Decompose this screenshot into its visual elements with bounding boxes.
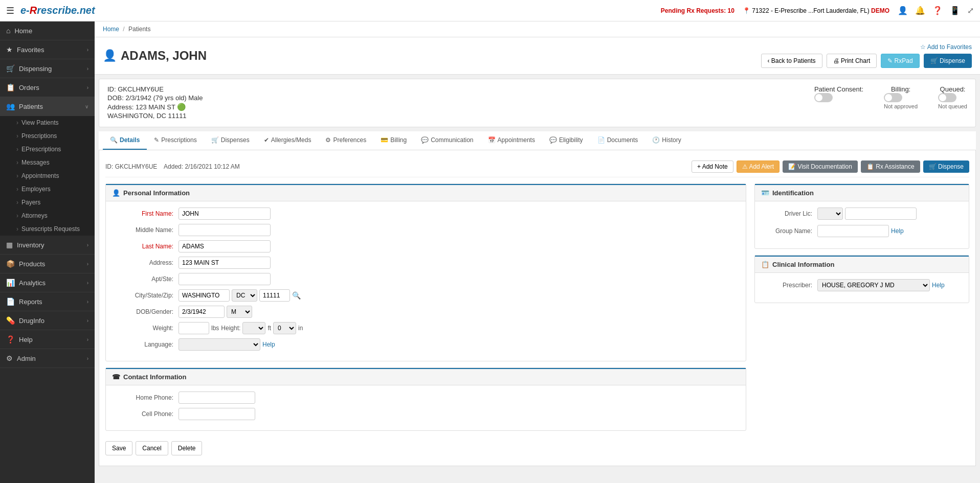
- sidebar-item-favorites[interactable]: ★ Favorites ›: [0, 40, 95, 59]
- zip-search-btn[interactable]: 🔍: [292, 291, 301, 300]
- sidebar-sub-attorneys[interactable]: Attorneys: [0, 209, 95, 222]
- queued-toggle[interactable]: [938, 93, 956, 102]
- tab-preferences[interactable]: ⚙ Preferences: [318, 131, 373, 150]
- address-verify-icon[interactable]: 🟢: [177, 103, 186, 111]
- sidebar-item-dispensing[interactable]: 🛒 Dispensing ›: [0, 59, 95, 78]
- state-select[interactable]: DC: [232, 289, 257, 302]
- tab-communication[interactable]: 💬 Communication: [414, 131, 480, 150]
- sidebar-item-orders[interactable]: 📋 Orders ›: [0, 78, 95, 97]
- language-select[interactable]: [179, 338, 260, 351]
- personal-info-header: 👤 Personal Information: [106, 184, 746, 201]
- group-name-input[interactable]: [817, 225, 889, 237]
- height-in-select[interactable]: 0: [273, 322, 296, 334]
- save-btn[interactable]: Save: [105, 441, 132, 455]
- sidebar-sub-messages[interactable]: Messages: [0, 156, 95, 169]
- visit-doc-btn[interactable]: 📝 Visit Documentation: [783, 160, 858, 173]
- home-phone-row: Home Phone:: [112, 392, 740, 404]
- height-ft-select[interactable]: [242, 322, 265, 334]
- group-help-link[interactable]: Help: [891, 227, 904, 235]
- sidebar-item-inventory[interactable]: ▦ Inventory ›: [0, 236, 95, 255]
- home-phone-input[interactable]: [179, 392, 255, 404]
- address-label: Address:: [112, 259, 179, 266]
- city-input[interactable]: [179, 289, 230, 302]
- gender-select[interactable]: M F: [227, 306, 252, 318]
- last-name-input[interactable]: [179, 240, 271, 252]
- sidebar-sub-payers[interactable]: Payers: [0, 196, 95, 209]
- rxpad-btn[interactable]: ✎ RxPad: [881, 54, 919, 68]
- sidebar-item-druginfo[interactable]: 💊 DrugInfo ›: [0, 311, 95, 330]
- first-name-input[interactable]: [179, 208, 271, 220]
- back-to-patients-btn[interactable]: ‹ Back to Patients: [761, 54, 822, 68]
- sidebar-item-reports[interactable]: 📄 Reports ›: [0, 292, 95, 311]
- driver-lic-label: Driver Lic:: [761, 210, 817, 217]
- print-chart-btn[interactable]: 🖨 Print Chart: [827, 54, 877, 68]
- sidebar-label-analytics: Analytics: [19, 279, 46, 287]
- sidebar-item-analytics[interactable]: 📊 Analytics ›: [0, 273, 95, 292]
- action-dispense-btn[interactable]: 🛒 Dispense: [923, 160, 969, 173]
- pending-rx-count[interactable]: 10: [728, 7, 734, 14]
- delete-btn[interactable]: Delete: [171, 441, 203, 455]
- zip-input[interactable]: [259, 289, 290, 302]
- add-alert-btn[interactable]: ⚠ Add Alert: [737, 160, 779, 173]
- dispense-btn[interactable]: 🛒 Dispense: [924, 54, 972, 68]
- language-help-link[interactable]: Help: [262, 341, 275, 348]
- prescriber-help-link[interactable]: Help: [932, 282, 945, 289]
- sidebar-sub-view-patients[interactable]: View Patients: [0, 116, 95, 129]
- user-icon[interactable]: 👤: [898, 6, 908, 15]
- tab-eligibility[interactable]: 💬 Eligibility: [542, 131, 590, 150]
- apt-input[interactable]: [179, 273, 271, 285]
- sidebar-sub-employers[interactable]: Employers: [0, 182, 95, 196]
- add-favorites-btn[interactable]: ☆ Add to Favorites: [920, 43, 972, 51]
- driver-lic-input[interactable]: [845, 208, 917, 220]
- tab-history[interactable]: 🕐 History: [645, 131, 688, 150]
- driver-lic-type-select[interactable]: [817, 208, 843, 220]
- favorites-icon: ★: [6, 45, 13, 54]
- sidebar-item-help[interactable]: ❓ Help ›: [0, 330, 95, 349]
- help-icon[interactable]: ❓: [932, 6, 943, 15]
- tab-dispenses[interactable]: 🛒 Dispenses: [204, 131, 257, 150]
- sidebar-item-admin[interactable]: ⚙ Admin ›: [0, 349, 95, 368]
- address-input[interactable]: [179, 257, 271, 269]
- add-note-btn[interactable]: + Add Note: [692, 160, 733, 173]
- consent-toggle[interactable]: [814, 93, 833, 102]
- hamburger-icon[interactable]: ☰: [6, 5, 14, 16]
- sidebar-item-products[interactable]: 📦 Products ›: [0, 255, 95, 273]
- mobile-icon[interactable]: 📱: [950, 6, 960, 15]
- patient-id-text: ID: GKCLHMY6UE: [107, 85, 203, 93]
- breadcrumb-home[interactable]: Home: [103, 26, 119, 33]
- breadcrumb: Home / Patients: [95, 21, 980, 37]
- weight-row: Weight: lbs Height: ft 0: [112, 322, 740, 334]
- tab-details[interactable]: 🔍 Details: [103, 131, 147, 150]
- tab-appointments[interactable]: 📅 Appointments: [481, 131, 542, 150]
- tab-allergies[interactable]: ✔ Allergies/Meds: [257, 131, 319, 150]
- rx-assist-btn[interactable]: 📋 Rx Assistance: [861, 160, 920, 173]
- middle-name-input[interactable]: [179, 224, 271, 236]
- admin-icon: ⚙: [6, 354, 13, 362]
- sidebar-sub-prescriptions[interactable]: Prescriptions: [0, 129, 95, 143]
- sidebar-sub-appointments[interactable]: Appointments: [0, 169, 95, 182]
- tab-documents[interactable]: 📄 Documents: [590, 131, 645, 150]
- sidebar-item-home[interactable]: ⌂ Home: [0, 21, 95, 40]
- personal-info-section: 👤 Personal Information First Name: Middl…: [105, 183, 746, 361]
- expand-icon[interactable]: ⤢: [967, 6, 974, 15]
- chevron-right-icon-10: ›: [87, 356, 88, 361]
- bell-icon[interactable]: 🔔: [915, 6, 925, 15]
- dob-input[interactable]: [179, 306, 225, 318]
- tab-prescriptions[interactable]: ✎ Prescriptions: [147, 131, 204, 150]
- middle-name-label: Middle Name:: [112, 226, 179, 234]
- cell-phone-input[interactable]: [179, 408, 255, 420]
- sidebar-item-patients[interactable]: 👥 Patients ∨: [0, 97, 95, 116]
- header-icons: 👤 🔔 ❓ 📱 ⤢: [898, 6, 974, 15]
- patient-info-bar: ID: GKCLHMY6UE DOB: 2/3/1942 (79 yrs old…: [99, 79, 976, 127]
- sidebar-sub-eprescriptions[interactable]: EPrescriptions: [0, 143, 95, 156]
- sidebar-label-products: Products: [19, 260, 45, 268]
- billing-toggle[interactable]: [884, 93, 902, 102]
- tab-billing[interactable]: 💳 Billing: [373, 131, 414, 150]
- dob-gender-inputs: M F: [179, 306, 252, 318]
- tabs-bar: 🔍 Details ✎ Prescriptions 🛒 Dispenses ✔ …: [99, 131, 976, 150]
- height-in-unit: in: [298, 325, 303, 332]
- prescriber-select[interactable]: HOUSE, GREGORY J MD: [817, 279, 930, 291]
- sidebar-sub-surescripts[interactable]: Surescripts Requests: [0, 222, 95, 236]
- weight-input[interactable]: [179, 322, 209, 334]
- cancel-btn[interactable]: Cancel: [136, 441, 168, 455]
